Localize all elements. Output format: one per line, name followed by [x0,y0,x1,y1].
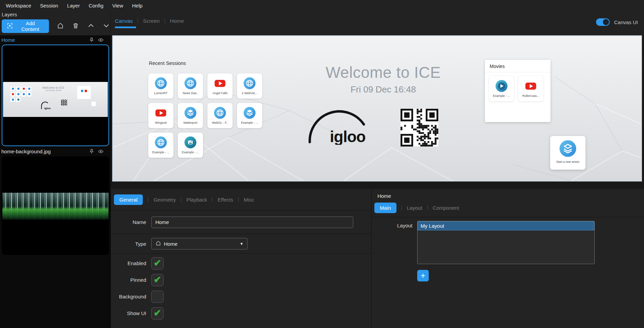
globe-icon [243,76,256,90]
delete-layer-button[interactable] [71,22,80,31]
type-select[interactable]: Home ▼ [151,238,248,249]
session-tile[interactable]: News Das.. [178,73,203,99]
layer-name: Home [1,37,86,43]
youtube-icon [524,79,538,93]
home-layer-panel: Home MainLayoutComponent Layout My Layou… [372,189,644,328]
pin-icon[interactable] [89,148,95,154]
mini-igloo-logo: igloo [41,101,56,110]
session-tile[interactable]: Wingsuit [148,103,173,128]
canvas-ui-toggle[interactable]: Canvas UI [596,18,638,26]
session-tile[interactable]: 2 WebVie... [237,73,262,99]
eye-icon[interactable] [98,37,104,43]
check-icon: ✔ [154,275,162,284]
toggle-knob [603,19,609,25]
checkbox-label: Enabled [111,260,146,266]
layout-list-item[interactable]: My Layout [418,221,594,230]
mini-welcome-title: Welcome to ICE [31,86,75,89]
add-content-button[interactable]: Add Content [2,19,49,33]
divider [372,217,644,218]
menu-item[interactable]: Config [84,3,108,8]
menu-item[interactable]: Session [36,3,63,8]
move-layer-down-button[interactable] [102,22,110,31]
check-icon: ✔ [154,309,162,318]
properties-tab[interactable]: Effects [218,197,233,203]
start-new-session-tile[interactable]: Start a new session [550,136,586,170]
session-tile[interactable]: Angel Falls [207,73,233,99]
home-icon [57,22,64,30]
globe-icon [213,106,227,120]
home-panel-tab[interactable]: Layout [407,205,422,211]
layer-flags: Enabled ✔ Pinned ✔ Background ✔ Show UI … [111,253,371,322]
properties-tab[interactable]: General [114,194,143,205]
checkbox[interactable]: ✔ [151,257,164,270]
move-layer-up-button[interactable] [87,22,95,31]
movies-panel-title: Movies [485,60,550,72]
home-icon [155,240,161,247]
checkbox-row: Background ✔ [111,288,371,305]
menu-item[interactable]: Help [128,3,147,8]
plus-icon: + [421,271,425,280]
add-content-icon [6,22,13,30]
layers-outline-icon [558,139,577,158]
movies-panel: Movies Example - ... Rollercoas... [485,60,550,122]
pin-icon[interactable] [89,37,95,43]
checkbox-row: Pinned ✔ [111,272,371,288]
session-tile[interactable]: WebGL - F.. [207,103,233,128]
type-field-label: Type [111,241,146,247]
name-input[interactable] [151,217,353,228]
checkbox[interactable]: ✔ [151,291,164,303]
checkbox[interactable]: ✔ [151,274,164,286]
new-session-label: Start a new session [556,160,579,163]
menu-item[interactable]: Workspace [1,3,36,8]
welcome-datetime: Fri 09 Dec 16:48 [326,84,441,95]
home-panel-tab[interactable]: Main [374,203,396,213]
youtube-icon [213,76,227,90]
session-tile[interactable]: Example - ... [237,103,262,128]
image-icon [184,136,197,149]
youtube-icon [154,106,168,120]
layers-toolbar: Add Content [2,19,110,33]
chevron-down-icon [103,22,110,30]
toggle-pill[interactable] [596,18,610,26]
globe-icon [154,136,168,149]
home-panel-tab[interactable]: Component [433,205,459,211]
chevron-down-icon: ▼ [240,242,243,246]
check-icon: ✔ [154,259,162,268]
canvas-tab[interactable]: Screen [143,18,160,28]
menu-bar: WorkspaceSessionLayerConfigViewHelp [0,0,644,11]
canvas-tab[interactable]: Canvas [115,18,133,28]
trash-icon [72,22,79,30]
layer-item-background[interactable]: home-background.jpg [0,146,111,156]
igloo-logo: igloo [305,107,373,146]
menu-item[interactable]: Layer [63,3,84,8]
globe-icon [184,76,197,90]
qr-code [401,109,438,146]
layer-item-home[interactable]: Home [0,35,111,45]
properties-tab[interactable]: Misc [244,197,254,203]
layer-thumbnail-background[interactable] [2,156,109,255]
session-tile[interactable]: Example - ... [148,133,173,158]
layer-thumbnail-welcome-strip: Welcome to ICE Fri 09 Dec 16:48 igloo [3,82,108,117]
canvas-tab[interactable]: Home [170,18,184,28]
welcome-title: Welcome to ICE [326,63,441,82]
add-layout-button[interactable]: + [417,270,429,281]
canvas-tab-bar: CanvasScreenHome Canvas UI [111,11,644,35]
layer-thumbnail-home[interactable]: Welcome to ICE Fri 09 Dec 16:48 igloo [2,45,109,146]
checkbox-label: Show UI [111,310,146,316]
movie-tile[interactable]: Rollercoas... [518,76,543,101]
mini-welcome-date: Fri 09 Dec 16:48 [31,89,75,91]
layout-listbox[interactable]: My Layout [417,221,595,264]
session-tile[interactable]: LumenRT [148,73,173,99]
session-tile[interactable]: Matterport [178,103,203,128]
canvas-viewport[interactable]: Recent Sessions LumenRT News Das.. Angel… [112,35,642,182]
session-tile[interactable]: Example - ... [178,133,203,158]
movie-tile[interactable]: Example - ... [489,76,514,101]
home-layer-button[interactable] [56,22,64,31]
properties-tab[interactable]: Geometry [153,197,176,203]
mini-session-grid [11,87,33,102]
eye-icon[interactable] [98,148,104,154]
properties-tab[interactable]: Playback [186,197,207,203]
menu-item[interactable]: View [108,3,128,8]
name-field-label: Name [111,219,146,225]
checkbox[interactable]: ✔ [151,307,164,320]
